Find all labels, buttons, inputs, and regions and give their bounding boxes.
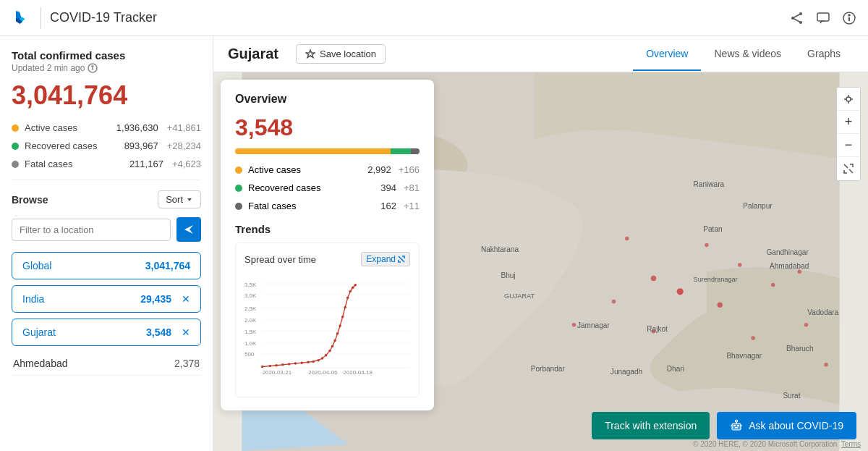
info-icon[interactable] <box>842 11 856 25</box>
location-remove-button[interactable]: ✕ <box>182 293 190 305</box>
svg-text:Jamnagar: Jamnagar <box>577 321 610 329</box>
overview-stat-count: 2,992 <box>367 164 391 175</box>
stat-delta: +4,623 <box>172 159 201 169</box>
overview-stat-row: Fatal cases 162 +11 <box>235 201 420 211</box>
svg-point-69 <box>275 364 278 367</box>
svg-text:Bhavnagar: Bhavnagar <box>726 352 762 360</box>
overview-stat-left: Fatal cases <box>235 201 296 211</box>
spread-chart: 3.5K 3.0K 2.5K 2.0K 1.5K 1.0K 500 <box>244 272 410 381</box>
svg-line-4 <box>793 18 801 22</box>
svg-text:Vadodara: Vadodara <box>807 308 838 316</box>
svg-point-81 <box>333 340 336 342</box>
stat-dot-green <box>12 143 19 150</box>
svg-point-11 <box>93 66 94 67</box>
stats-container: Active cases 1,936,630 +41,861 Recovered… <box>12 122 201 169</box>
ask-covid-label: Ask about COVID-19 <box>749 420 843 431</box>
sort-button[interactable]: Sort <box>158 190 201 208</box>
svg-text:500: 500 <box>244 351 255 358</box>
svg-text:3.0K: 3.0K <box>244 292 257 299</box>
svg-text:Junagadh: Junagadh <box>610 368 642 376</box>
svg-point-16 <box>705 243 709 248</box>
map-area: Gujarat Save location Overview News & vi… <box>213 36 868 451</box>
svg-text:Rajkot: Rajkot <box>647 325 668 333</box>
app-header: COVID-19 Tracker <box>0 0 868 36</box>
left-panel: Total confirmed cases Updated 2 min ago … <box>0 36 213 451</box>
stat-right: 893,967 +28,234 <box>124 140 201 151</box>
stat-left: Active cases <box>12 122 77 133</box>
simple-location-row[interactable]: Ahmedabad 2,378 <box>12 352 201 376</box>
filter-row <box>12 217 201 242</box>
location-card-india[interactable]: India 29,435 ✕ <box>12 285 201 313</box>
svg-point-17 <box>738 263 742 267</box>
svg-rect-96 <box>737 425 739 426</box>
stat-dot-yellow <box>12 125 19 132</box>
overview-stat-row: Recovered cases 394 +81 <box>235 182 420 193</box>
svg-text:Surendranagar: Surendranagar <box>694 276 738 283</box>
location-card-gujarat[interactable]: Gujarat 3,548 ✕ <box>12 319 201 346</box>
ask-covid-button[interactable]: Ask about COVID-19 <box>717 412 856 439</box>
svg-point-25 <box>751 336 755 340</box>
main-content: Total confirmed cases Updated 2 min ago … <box>0 36 868 451</box>
svg-point-72 <box>294 362 297 365</box>
svg-text:1.5K: 1.5K <box>244 329 257 335</box>
svg-text:GUJARAT: GUJARAT <box>504 292 535 300</box>
svg-text:Raniwara: Raniwara <box>694 180 725 188</box>
overview-card-title: Overview <box>235 93 420 106</box>
svg-point-74 <box>307 361 310 364</box>
updated-time: Updated 2 min ago <box>12 63 201 73</box>
map-zoom-in-button[interactable]: + <box>837 111 860 134</box>
track-extension-button[interactable]: Track with extension <box>592 412 710 439</box>
save-location-button[interactable]: Save location <box>296 44 386 64</box>
simple-row-name: Ahmedabad <box>13 358 68 369</box>
svg-point-80 <box>331 345 334 348</box>
map-header: Gujarat Save location Overview News & vi… <box>213 36 868 72</box>
svg-point-14 <box>651 276 656 281</box>
svg-text:2020-04-18: 2020-04-18 <box>344 369 373 376</box>
chat-icon[interactable] <box>816 11 830 25</box>
stat-left: Recovered cases <box>12 140 97 151</box>
location-card-count: 3,548 <box>146 326 171 338</box>
filter-input[interactable] <box>12 219 171 241</box>
tab-overview[interactable]: Overview <box>633 38 701 71</box>
terms-link[interactable]: Terms <box>841 440 861 448</box>
svg-rect-95 <box>733 425 736 426</box>
svg-point-68 <box>268 365 271 368</box>
location-card-global[interactable]: Global 3,041,764 <box>12 252 201 279</box>
info-small-icon[interactable] <box>88 63 98 73</box>
location-card-name: Global <box>22 260 51 271</box>
stat-delta: +41,861 <box>167 122 201 133</box>
filter-submit-button[interactable] <box>176 217 201 242</box>
stat-row: Active cases 1,936,630 +41,861 <box>12 122 201 133</box>
overview-stat-name: Active cases <box>248 164 301 175</box>
bing-logo-icon <box>12 8 32 28</box>
tab-news-videos[interactable]: News & videos <box>701 38 794 71</box>
tab-graphs[interactable]: Graphs <box>794 38 854 71</box>
svg-point-84 <box>341 316 344 319</box>
svg-text:1.0K: 1.0K <box>244 340 257 347</box>
stat-delta: +28,234 <box>167 140 201 151</box>
svg-text:2020-03-21: 2020-03-21 <box>263 369 292 376</box>
svg-point-85 <box>344 306 346 309</box>
overview-stat-delta: +166 <box>399 164 420 175</box>
svg-point-24 <box>798 270 802 274</box>
map-expand-button[interactable] <box>837 157 860 180</box>
svg-rect-5 <box>817 13 829 21</box>
map-zoom-out-button[interactable]: − <box>837 134 860 157</box>
svg-point-48 <box>846 97 851 101</box>
location-cards: Global 3,041,764 India 29,435 ✕ Gujarat … <box>12 252 201 346</box>
overview-dot-gray <box>235 203 242 210</box>
svg-point-20 <box>572 323 576 327</box>
expand-button[interactable]: Expand <box>361 252 410 266</box>
svg-text:Surat: Surat <box>783 392 800 400</box>
stat-count: 211,167 <box>129 159 163 169</box>
star-icon <box>305 49 315 59</box>
header-left: COVID-19 Tracker <box>12 7 157 29</box>
svg-point-19 <box>612 300 616 304</box>
svg-point-26 <box>804 323 809 327</box>
svg-point-78 <box>325 354 328 357</box>
location-remove-button[interactable]: ✕ <box>182 326 190 338</box>
map-locate-button[interactable] <box>837 88 860 111</box>
progress-fatal <box>411 148 420 154</box>
location-card-right: 3,041,764 <box>145 260 190 271</box>
share-icon[interactable] <box>790 11 804 25</box>
